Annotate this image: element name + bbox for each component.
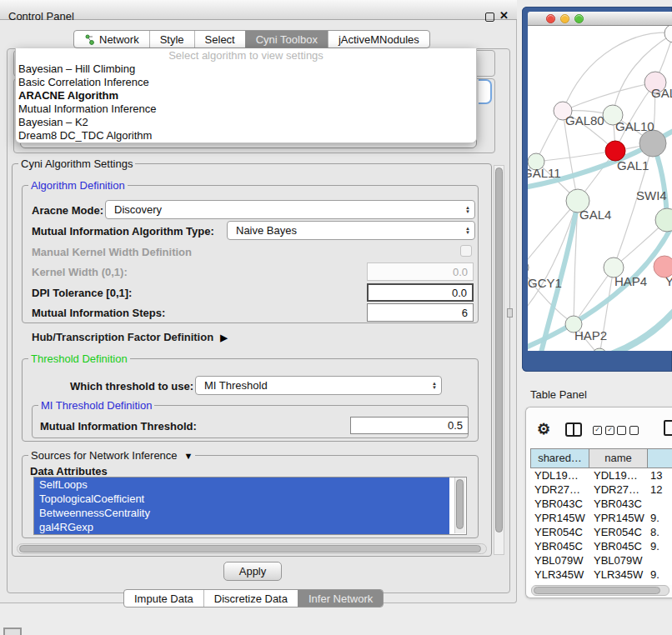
algorithm-combo-focused-partial[interactable] [479, 79, 492, 104]
minimized-panel-button[interactable] [3, 628, 22, 635]
hub-transcription-factor-section[interactable]: Hub/Transcription Factor Definition▶ [32, 331, 228, 343]
close-traffic-light-icon[interactable] [546, 14, 555, 23]
settings-vertical-scrollbar-thumb[interactable] [495, 168, 503, 532]
tab-discretize-data[interactable]: Discretize Data [203, 590, 298, 607]
network-node-gcy1[interactable] [528, 260, 529, 275]
table-row[interactable]: YDR27…YDR27…12 [530, 482, 672, 497]
settings-vertical-scrollbar [494, 165, 504, 555]
tab-label: Infer Network [308, 592, 373, 605]
tab-label: Discretize Data [214, 592, 288, 605]
node-label: SWI4 [636, 188, 667, 202]
table-row[interactable]: YLR345WYLR345W9. [530, 568, 672, 582]
table-row[interactable]: YPR145WYPR145W9. [530, 511, 672, 525]
network-graph[interactable]: GALGAL80GAL10GAL1GAL11GAL4SWI4GCY1HAP4YH… [528, 26, 672, 351]
manual-kernel-width-checkbox[interactable] [460, 245, 472, 257]
table-panel-title: Table Panel [530, 388, 587, 401]
network-edge[interactable] [536, 151, 615, 162]
deselect-all-icon[interactable] [617, 426, 639, 435]
zoom-traffic-light-icon[interactable] [574, 14, 584, 23]
mi-algorithm-type-combo[interactable]: Naive Bayes ▲▼ [227, 221, 475, 240]
attribute-item-gal4rgexp[interactable]: gal4RGexp [34, 520, 449, 534]
attribute-item-selfloops[interactable]: SelfLoops [34, 478, 449, 492]
column-header-name[interactable]: name [589, 449, 648, 468]
attribute-item-betweennesscentrality[interactable]: BetweennessCentrality [34, 506, 449, 520]
algorithm-option-aracne-algorithm[interactable]: ARACNE Algorithm [16, 89, 476, 102]
table-horizontal-scrollbar-thumb[interactable] [534, 587, 660, 594]
tab-cyni-toolbox[interactable]: Cyni Toolbox [245, 31, 328, 48]
panel-splitter-handle[interactable] [507, 308, 513, 318]
column-header-shared[interactable]: shared… [531, 449, 589, 468]
table-cell [647, 497, 672, 511]
network-node[interactable] [664, 26, 672, 42]
mi-algorithm-type-label: Mutual Information Algorithm Type: [32, 225, 214, 238]
table-cell: YLR345W [589, 568, 647, 582]
which-threshold-label: Which threshold to use: [70, 380, 193, 392]
node-label: HAP4 [614, 274, 647, 288]
table-cell: YDR27… [530, 482, 589, 497]
split-columns-icon[interactable] [565, 422, 582, 437]
table-row[interactable]: YDL19…YDL19…13 [530, 468, 672, 482]
attributes-scrollbar [454, 478, 465, 533]
network-canvas[interactable]: GALGAL80GAL10GAL1GAL11GAL4SWI4GCY1HAP4YH… [528, 26, 672, 351]
table-cell: YPR145W [530, 511, 589, 525]
table-cell: YER054C [589, 525, 647, 539]
tab-select[interactable]: Select [194, 31, 245, 48]
combo-stepper-icon: ▲▼ [428, 382, 441, 390]
tab-label: Network [99, 33, 139, 46]
attributes-scrollbar-thumb[interactable] [456, 479, 464, 529]
table-row[interactable]: YER054CYER054C8. [530, 525, 672, 539]
attribute-item-topologicalcoefficient[interactable]: TopologicalCoefficient [34, 492, 449, 506]
tab-infer-network[interactable]: Infer Network [298, 590, 383, 607]
table-row[interactable]: YBR045CYBR045C9. [530, 539, 672, 553]
table-cell: YBR045C [589, 539, 647, 553]
column-header-col3[interactable] [648, 449, 672, 468]
table-cell [647, 553, 672, 568]
tab-jactivemnodules[interactable]: jActiveMNodules [328, 31, 429, 48]
table-row[interactable]: YBR043CYBR043C [530, 497, 672, 511]
table-row[interactable]: YBL079WYBL079W [530, 553, 672, 568]
mi-steps-field[interactable] [367, 303, 474, 322]
network-edge[interactable] [613, 33, 672, 115]
mi-threshold-field[interactable] [350, 417, 469, 434]
apply-button[interactable]: Apply [223, 562, 282, 581]
settings-horizontal-scrollbar [17, 543, 487, 554]
threshold-definition-title: Threshold Definition [28, 353, 130, 364]
algorithm-option-dream8-dc-tdc-algorithm[interactable]: Dream8 DC_TDC Algorithm [16, 129, 476, 142]
dpi-tolerance-label: DPI Tolerance [0,1]: [32, 287, 132, 299]
float-window-icon[interactable] [485, 12, 494, 22]
tab-style[interactable]: Style [149, 31, 194, 48]
table-horizontal-scrollbar [531, 585, 669, 596]
control-panel-tabs: NetworkStyleSelectCyni ToolboxjActiveMNo… [73, 30, 430, 48]
cyni-algorithm-settings-title: Cyni Algorithm Settings [18, 158, 135, 169]
table-body: YDL19…YDL19…13YDR27…YDR27…12YBR043CYBR04… [530, 468, 672, 585]
minimize-traffic-light-icon[interactable] [560, 14, 569, 23]
node-label: GAL [651, 86, 672, 100]
tab-network[interactable]: Network [74, 31, 149, 48]
aracne-mode-combo[interactable]: Discovery ▲▼ [105, 200, 475, 219]
settings-horizontal-scrollbar-thumb[interactable] [19, 545, 481, 552]
select-all-icon[interactable]: ✓✓ [593, 426, 614, 435]
mi-threshold-label: Mutual Information Threshold: [40, 420, 197, 432]
aracne-mode-label: Aracne Mode: [32, 204, 103, 217]
algorithm-option-mutual-information-inference[interactable]: Mutual Information Inference [16, 102, 476, 116]
new-table-icon[interactable] [664, 420, 672, 436]
algorithm-option-bayesian-k2[interactable]: Bayesian – K2 [16, 116, 476, 129]
tab-label: Select [205, 33, 235, 46]
close-window-icon[interactable]: ✕ [499, 9, 509, 22]
combo-stepper-icon: ▲▼ [461, 206, 474, 214]
sources-section-header[interactable]: Sources for Network Inference▼ [28, 450, 195, 462]
which-threshold-combo[interactable]: MI Threshold ▲▼ [195, 376, 442, 395]
table-cell: YDL19… [530, 468, 589, 482]
table-settings-gear-icon[interactable]: ⚙ [537, 420, 550, 438]
dpi-tolerance-field[interactable] [367, 283, 474, 302]
kernel-width-field[interactable] [367, 262, 474, 281]
table-cell: YPR145W [589, 511, 647, 525]
table-cell: YDL19… [589, 468, 647, 482]
algorithm-option-bayesian-hill-climbing[interactable]: Bayesian – Hill Climbing [16, 62, 476, 76]
tab-label: Style [160, 33, 184, 46]
table-cell: 9. [647, 568, 672, 582]
algorithm-option-basic-correlation-inference[interactable]: Basic Correlation Inference [16, 76, 476, 89]
tab-impute-data[interactable]: Impute Data [124, 590, 203, 607]
network-node[interactable] [639, 130, 666, 157]
data-attributes-list: SelfLoopsTopologicalCoefficientBetweenne… [33, 477, 467, 535]
